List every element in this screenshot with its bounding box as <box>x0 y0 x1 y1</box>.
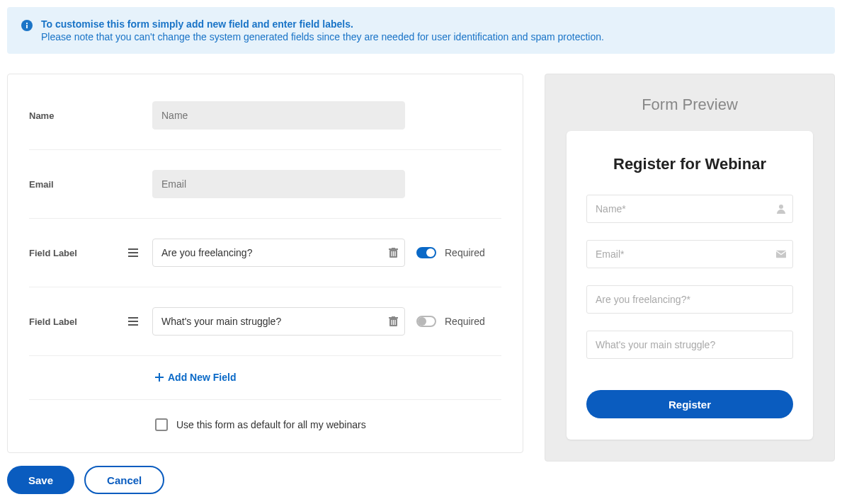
custom-field-row: Field Label Required <box>29 219 501 287</box>
add-new-label: Add New Field <box>168 372 236 383</box>
info-line2: Please note that you can't change the sy… <box>41 31 604 42</box>
svg-point-23 <box>779 205 783 209</box>
mail-icon <box>776 251 786 258</box>
email-input <box>152 170 405 198</box>
svg-rect-13 <box>128 321 138 322</box>
svg-rect-20 <box>395 320 396 325</box>
info-icon <box>21 20 33 42</box>
custom-field-input[interactable] <box>152 307 405 336</box>
field-label-text: Field Label <box>29 316 114 327</box>
name-row: Name <box>29 96 501 150</box>
save-button[interactable]: Save <box>7 466 74 494</box>
cancel-button[interactable]: Cancel <box>84 466 164 494</box>
preview-custom-input[interactable] <box>586 285 793 314</box>
preview-email-field <box>586 240 793 268</box>
form-preview-panel: Form Preview Register for Webinar <box>545 74 835 462</box>
default-checkbox-row: Use this form as default for all my webi… <box>155 400 501 431</box>
required-label: Required <box>445 316 485 327</box>
name-input <box>152 101 405 130</box>
drag-handle[interactable] <box>125 317 141 326</box>
email-label: Email <box>29 179 114 190</box>
svg-rect-22 <box>155 377 164 378</box>
preview-name-field <box>586 195 793 223</box>
required-toggle[interactable] <box>416 316 436 327</box>
info-text: To customise this form simply add new fi… <box>41 18 604 42</box>
plus-icon <box>155 373 164 382</box>
svg-rect-5 <box>128 256 138 257</box>
name-label: Name <box>29 110 114 121</box>
svg-rect-17 <box>392 316 395 318</box>
info-banner: To customise this form simply add new fi… <box>7 7 835 54</box>
custom-field-row: Field Label Required <box>29 287 501 356</box>
svg-rect-10 <box>393 251 394 256</box>
required-toggle[interactable] <box>416 247 436 258</box>
svg-rect-1 <box>26 25 28 28</box>
add-field-row: Add New Field <box>29 356 501 400</box>
actions-row: Save Cancel <box>7 466 523 494</box>
preview-title: Form Preview <box>567 96 813 114</box>
preview-custom-field <box>586 285 793 314</box>
custom-field-input[interactable] <box>152 239 405 267</box>
svg-rect-2 <box>26 23 28 24</box>
email-row: Email <box>29 150 501 219</box>
preview-name-input[interactable] <box>586 195 793 223</box>
svg-rect-9 <box>392 251 392 256</box>
svg-rect-11 <box>395 251 396 256</box>
preview-card-title: Register for Webinar <box>586 155 793 173</box>
field-label-text: Field Label <box>29 248 114 258</box>
default-checkbox-label: Use this form as default for all my webi… <box>176 419 366 430</box>
add-new-field-button[interactable]: Add New Field <box>155 372 236 383</box>
required-label: Required <box>445 247 485 258</box>
svg-rect-18 <box>392 320 392 325</box>
register-button[interactable]: Register <box>586 390 793 418</box>
info-line1: To customise this form simply add new fi… <box>41 18 604 30</box>
preview-custom-field <box>586 331 793 359</box>
default-checkbox[interactable] <box>155 418 168 431</box>
preview-email-input[interactable] <box>586 240 793 268</box>
preview-custom-input[interactable] <box>586 331 793 359</box>
svg-rect-19 <box>393 320 394 325</box>
svg-rect-12 <box>128 317 138 319</box>
svg-rect-8 <box>392 248 395 249</box>
svg-rect-14 <box>128 324 138 326</box>
preview-card: Register for Webinar <box>567 131 813 440</box>
drag-handle[interactable] <box>125 248 141 257</box>
svg-rect-4 <box>128 252 138 253</box>
trash-icon[interactable] <box>389 316 398 326</box>
svg-rect-3 <box>128 248 138 250</box>
user-icon <box>776 204 786 214</box>
trash-icon[interactable] <box>389 248 398 258</box>
form-editor: Name Email Field Label <box>7 74 523 453</box>
